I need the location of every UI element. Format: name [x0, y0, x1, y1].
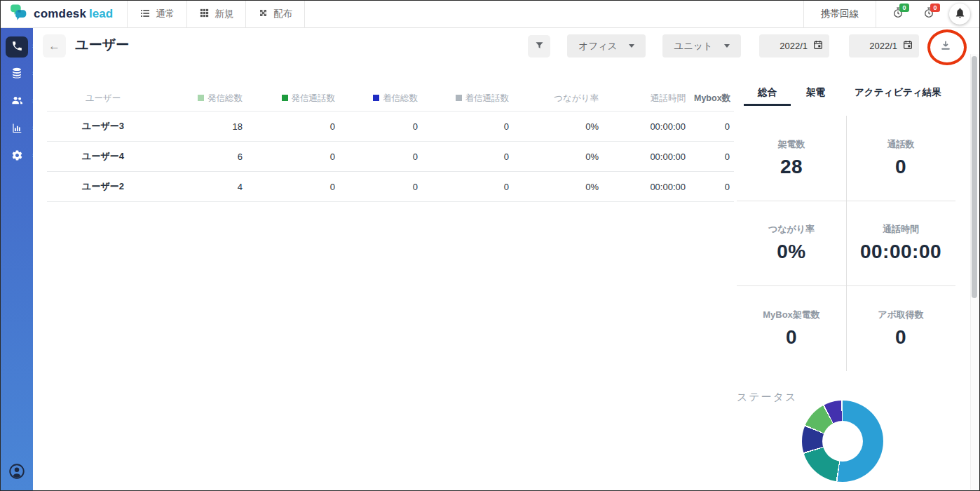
value-cell: 18: [159, 112, 247, 142]
sidebar: ›››››: [1, 27, 33, 490]
column-header: Mybox数: [690, 86, 734, 112]
sidebar-item-database[interactable]: ›: [6, 64, 28, 85]
column-header: 発信通話数: [247, 86, 339, 112]
topbar: comdesk lead 通常新規配布 携帯回線 00: [1, 1, 979, 28]
column-header-label: 通話時間: [651, 93, 686, 103]
brand-primary: comdesk: [34, 7, 86, 21]
stat-value: 0%: [777, 241, 805, 263]
user-name-cell: ユーザー3: [47, 112, 159, 142]
bar-chart-icon: [11, 122, 23, 137]
legend-swatch: [456, 95, 462, 101]
top-nav-item-配布[interactable]: 配布: [245, 1, 305, 27]
support-person-icon: [8, 471, 26, 483]
status-donut-chart: [802, 401, 883, 482]
stat-cell: アボ取得数0: [846, 285, 955, 371]
column-header: つながり率: [513, 86, 603, 112]
table-row[interactable]: ユーザー3180000%00:00:000: [47, 112, 734, 142]
stat-label: アボ取得数: [878, 309, 924, 321]
value-cell: 0: [690, 172, 734, 202]
tab-アクティビティ結果[interactable]: アクティビティ結果: [855, 86, 941, 106]
users-icon: [11, 94, 24, 110]
page-title: ユーザー: [75, 36, 129, 54]
list-icon: [139, 8, 151, 21]
stat-cell: 架電数28: [737, 116, 846, 201]
sidebar-item-phone[interactable]: ›: [6, 36, 28, 58]
tab-総合[interactable]: 総合: [758, 86, 777, 106]
scrollbar-thumb[interactable]: [972, 56, 977, 298]
top-nav-label: 配布: [273, 8, 292, 20]
office-filter-dropdown[interactable]: オフィス: [567, 34, 646, 58]
grid-icon: [199, 8, 210, 20]
timer-badge: 0: [930, 4, 940, 12]
top-nav-item-新規[interactable]: 新規: [186, 1, 245, 27]
value-cell: 00:00:00: [603, 112, 690, 142]
download-button[interactable]: [936, 36, 955, 56]
column-header: 着信通話数: [422, 86, 513, 112]
date-to-picker[interactable]: 2022/1: [849, 34, 919, 58]
stats-grid: 架電数28通話数0つながり率0%通話時間00:00:00MyBox架電数0アボ取…: [737, 116, 955, 371]
vertical-scrollbar: [970, 54, 979, 490]
column-header-label: 着信総数: [383, 93, 418, 103]
column-header-label: つながり率: [554, 93, 599, 103]
table-header-row: ユーザー発信総数発信通話数着信総数着信通話数つながり率通話時間Mybox数: [47, 86, 734, 112]
unit-filter-dropdown[interactable]: ユニット: [662, 34, 741, 58]
column-header: ユーザー: [47, 86, 159, 112]
value-cell: 0: [339, 172, 422, 202]
phone-icon: [11, 40, 23, 55]
distribute-arrows-icon: [258, 8, 268, 20]
value-cell: 0%: [513, 142, 603, 172]
sidebar-support-button[interactable]: [8, 462, 26, 483]
call-timer-button-2[interactable]: 0: [923, 6, 935, 22]
chevron-down-icon: [629, 44, 634, 48]
filter-button[interactable]: [528, 35, 550, 58]
topbar-right: 携帯回線 00: [803, 1, 979, 27]
value-cell: 4: [159, 172, 247, 202]
top-nav-item-通常[interactable]: 通常: [127, 1, 186, 27]
sidebar-item-bar-chart[interactable]: ›: [6, 119, 28, 140]
column-header: 着信総数: [339, 86, 422, 112]
column-header: 通話時間: [603, 86, 690, 112]
stat-label: MyBox架電数: [763, 309, 820, 321]
value-cell: 0: [422, 142, 513, 172]
app-logo[interactable]: comdesk lead: [1, 4, 127, 25]
office-filter-label: オフィス: [578, 40, 617, 53]
call-timer-button-1[interactable]: 0: [892, 6, 904, 22]
sidebar-item-users[interactable]: ›: [6, 91, 28, 112]
logo-speech-bubbles-icon: [10, 4, 34, 25]
calendar-icon: [902, 39, 913, 53]
value-cell: 0: [422, 112, 513, 142]
database-icon: [11, 67, 23, 82]
value-cell: 0: [247, 112, 339, 142]
value-cell: 0: [690, 112, 734, 142]
value-cell: 0: [339, 112, 422, 142]
gear-icon: [11, 149, 23, 164]
column-header-label: Mybox数: [694, 93, 730, 103]
stat-label: 架電数: [778, 138, 805, 151]
date-from-value: 2022/1: [780, 41, 808, 51]
column-header-label: 発信通話数: [292, 93, 336, 103]
stat-cell: 通話数0: [846, 116, 955, 201]
table-row[interactable]: ユーザー460000%00:00:000: [47, 142, 734, 172]
top-nav-label: 通常: [156, 8, 175, 20]
value-cell: 0: [247, 172, 339, 202]
notification-bell-button[interactable]: [949, 4, 970, 25]
value-cell: 0: [422, 172, 513, 202]
tab-架電[interactable]: 架電: [806, 86, 825, 106]
column-header-label: ユーザー: [86, 93, 121, 103]
sidebar-item-gear[interactable]: ›: [6, 146, 28, 167]
stat-cell: つながり率0%: [737, 201, 846, 286]
stat-value: 0: [895, 326, 906, 349]
stat-value: 28: [780, 156, 803, 178]
column-header: 発信総数: [159, 86, 247, 112]
calendar-icon: [812, 39, 824, 53]
timer-badge: 0: [899, 4, 909, 12]
chevron-down-icon: [724, 44, 730, 48]
mobile-line-label[interactable]: 携帯回線: [803, 1, 876, 27]
date-from-picker[interactable]: 2022/1: [759, 34, 829, 58]
back-button[interactable]: ←: [43, 34, 66, 58]
brand-secondary: lead: [89, 7, 113, 21]
table-row[interactable]: ユーザー240000%00:00:000: [47, 172, 734, 202]
value-cell: 0%: [513, 172, 603, 202]
stat-label: 通話数: [887, 138, 915, 151]
stat-value: 0: [786, 326, 797, 349]
